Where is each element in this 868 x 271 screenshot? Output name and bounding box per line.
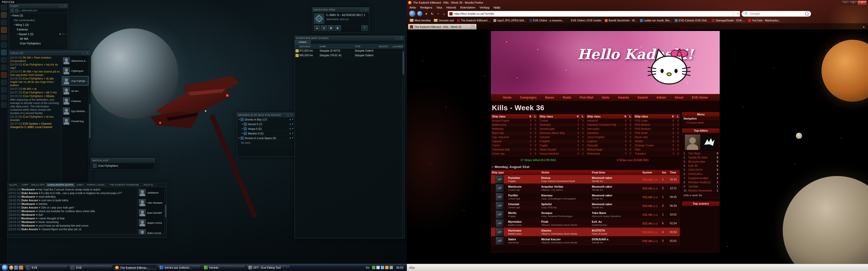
network-icon[interactable] [381,266,384,269]
ship-class-link[interactable]: Electronic Attack Ship [540,131,574,135]
kill-row[interactable]: CheetahCovert opsSpitefulCorp: PsiCorpMo… [491,201,680,210]
system-link[interactable]: F2C-H0 [643,231,652,234]
minimize-icon[interactable]: – [361,8,364,11]
top-killer-name-link[interactable]: DONJUAN v. [688,173,714,175]
search-bar[interactable]: G [741,11,811,17]
close-icon[interactable]: × [291,113,294,117]
back-button[interactable]: ← [409,10,416,17]
stop-button[interactable]: × [436,12,440,16]
tab-kadeshi-killboard[interactable]: The Kadeshi Killboard - Kills - Week 36 … [408,24,476,29]
approach-button[interactable]: ▲ [314,25,320,31]
nav-link-stats[interactable]: Stats [602,96,609,99]
ship-class-link[interactable]: Black Ops [492,131,527,135]
bookmark-star-icon[interactable]: ☆ [732,12,735,16]
kills-column-header[interactable]: Victim [541,170,592,175]
chat-icon[interactable] [1,20,7,25]
ship-class-link[interactable]: Exhumer [540,135,574,139]
messenger-icon[interactable] [390,266,393,269]
system-link[interactable]: F2C-H0 [643,196,652,199]
kill-row[interactable]: HurricaneBattlecruiserGlaziosAlliance: D… [491,227,680,236]
finalblow-name-link[interactable]: IKUITETH [592,229,643,232]
victim-name-link[interactable]: Ravreau [541,194,592,197]
ship-class-link[interactable]: Assault Frigate [492,119,527,123]
taskbar-button[interactable]: EVE [24,265,68,270]
system-link[interactable]: F2C-H0 [643,204,652,207]
chat-author-link[interactable]: ICan Flyfrighters > [23,77,46,80]
ship-class-link[interactable]: Battleship [492,127,527,131]
close-button[interactable]: × [858,1,867,5]
ship-class-link[interactable]: Industrial Command Ship [587,123,622,127]
watch-list-entry[interactable]: ICan Flyfrighters [91,163,155,169]
system-link[interactable]: F2C-H0 [643,187,652,190]
chat-tab[interactable]: THE KADESHI TOURNAME... [108,183,142,187]
chat-author-link[interactable]: Duke Ancore > [22,206,41,209]
menu-arkiv[interactable]: Arkiv [409,6,416,9]
reorder-arrows-icon[interactable]: ▲▼ [289,137,294,139]
market-icon[interactable] [1,57,7,63]
top-killer-portrait[interactable] [685,134,701,150]
firefox-icon[interactable] [9,266,13,270]
kill-row[interactable]: ManticoreCovert opsAequitas VeritasAllia… [491,183,680,192]
bookmark-item[interactable]: Mest besökta [408,18,432,23]
victim-name-link[interactable]: Aequitas Veritas [541,185,592,189]
search-input[interactable] [750,12,803,15]
ship-class-link[interactable]: Command ship [492,148,527,152]
drone-group-row[interactable]: No item [237,140,295,145]
minimize-icon[interactable]: – [286,113,290,117]
ship-class-link[interactable]: Dreadnought [540,127,574,131]
ship-class-link[interactable]: Transport [635,152,669,156]
forward-button[interactable]: → [417,11,423,16]
character-icon[interactable] [1,12,7,18]
ship-class-link[interactable]: Frigate [540,143,574,148]
orbit-button[interactable]: ◎ [321,25,327,31]
chat-tab[interactable]: PILOT Q... [142,183,156,187]
nav-link-home[interactable]: Home [503,96,511,99]
fleet-tree-item[interactable]: ▾Wing 1 (3) [9,23,68,27]
start-button[interactable]: ⊞ [2,264,8,271]
chat-tab[interactable]: TARNAK LOUNG... [85,183,108,187]
fleet-settings-icon[interactable] [10,9,14,12]
close-icon[interactable]: × [400,36,403,40]
show-info-button[interactable]: i [362,25,368,31]
bookmark-item[interactable]: Bandit Stockholm - W... [603,18,638,23]
taskbar-button[interactable]: Ventrilo [202,265,245,270]
overview-row[interactable]: 871,823 kmStargate (D-6073)Stargate Gall… [295,48,404,53]
overview-column-header[interactable]: Name [319,45,355,48]
chat-author-link[interactable]: Woebearer > [22,221,38,224]
scrollbar[interactable] [89,55,91,184]
chat-tab[interactable]: CORP [21,183,30,187]
url-bar[interactable]: ☆ ▾ [448,11,740,17]
nav-link-search[interactable]: Search [638,96,648,99]
mail-icon[interactable] [1,27,7,33]
ship-class-link[interactable]: Jump Freighter [587,135,622,139]
finalblow-name-link[interactable]: DONJUAN v. [592,238,643,241]
corp-icon[interactable] [1,79,7,85]
chat-member[interactable]: bean blundell [138,208,164,217]
chat-member[interactable]: Joldatiewz [138,188,164,197]
ship-class-link[interactable]: Recon ship [635,135,669,139]
selected-item-titlebar[interactable]: Selected Item – × [312,7,369,12]
finalblow-name-link[interactable]: Evil. Az [592,220,643,224]
reorder-arrows-icon[interactable]: ▲▼ [289,128,294,130]
menu-historik[interactable]: Historik [446,6,456,9]
minimize-icon[interactable]: – [396,36,399,40]
chat-author-link[interactable]: Duke Ancore > [22,228,41,231]
chat-member[interactable]: FinestFang [62,116,88,126]
chat-author-link[interactable]: Woebearer > [22,188,38,191]
minimize-icon[interactable]: – [59,4,63,8]
top-killer-name-link[interactable]: Vanidla Ric-flave [688,156,714,159]
chat-member[interactable]: Duke Ancore [138,228,164,234]
settings-icon[interactable] [1,95,7,100]
overview-row[interactable]: 856,030 kmStargate (YKSC-A)Stargate Gall… [295,53,404,58]
chat-author-link[interactable]: ICan Flyfrighters > [23,95,46,98]
ship-class-link[interactable]: Shuttle [635,139,669,143]
chat-tab[interactable]: GUNSLINGERS QATRAI [46,183,75,187]
ship-class-link[interactable]: POS Modules [635,127,669,131]
ship-class-link[interactable]: Heavy Interdictor [540,152,574,156]
menu-icon[interactable] [1,5,7,10]
overview-column-header[interactable]: Velocit... [378,45,393,48]
menu-visa[interactable]: Visa [436,6,442,9]
taskbar-clock[interactable]: 20:53 [394,266,405,269]
bookmark-item[interactable]: EVE Online | EVE Insider [566,18,603,23]
nav-link-eve-alone[interactable]: EVE-Alone [692,96,708,99]
